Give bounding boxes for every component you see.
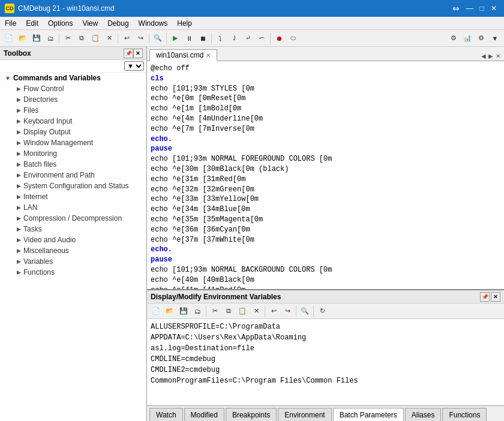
tree-item-flow[interactable]: ▶ Flow Control xyxy=(0,83,146,94)
panel-delete-btn[interactable]: ✕ xyxy=(250,305,263,318)
tree-item-lan[interactable]: ▶ LAN xyxy=(0,202,146,213)
panel-content[interactable]: ALLUSERSPROFILE=C:\ProgramDataAPPDATA=C:… xyxy=(147,319,504,405)
toolbox-pin-button[interactable]: 📌 xyxy=(124,49,133,58)
dropdown-btn[interactable]: ▼ xyxy=(488,32,502,45)
menu-debug[interactable]: Debug xyxy=(103,17,133,29)
copy-button[interactable]: ⧉ xyxy=(75,32,88,45)
window-controls: — □ ✕ xyxy=(464,3,499,14)
tree-item-directories[interactable]: ▶ Directories xyxy=(0,94,146,105)
redo-button[interactable]: ↪ xyxy=(134,32,147,45)
panel-cut-btn[interactable]: ✂ xyxy=(208,305,221,318)
toolbox-dropdown[interactable]: ▼ xyxy=(0,60,146,73)
open-button[interactable]: 📂 xyxy=(16,32,29,45)
tree-item-variables[interactable]: ▶ Variables xyxy=(0,256,146,267)
tree-item-internet[interactable]: ▶ Internet xyxy=(0,191,146,202)
menu-view[interactable]: View xyxy=(77,17,103,29)
tree-item-misc[interactable]: ▶ Miscellaneous xyxy=(0,245,146,256)
toolbox-header: Toolbox 📌 ✕ xyxy=(0,47,146,60)
item-arrow: ▶ xyxy=(17,194,21,200)
panel-copy-btn[interactable]: ⧉ xyxy=(222,305,235,318)
bottom-tab-batch-parameters[interactable]: Batch Parameters xyxy=(333,408,404,421)
close-button[interactable]: ✕ xyxy=(488,3,499,14)
tree-item-env-path[interactable]: ▶ Environment and Path xyxy=(0,170,146,181)
panel-refresh-btn[interactable]: ↻ xyxy=(316,305,329,318)
tab-close-icon[interactable]: ✕ xyxy=(206,52,211,59)
panel-save-all-btn[interactable]: 🗂 xyxy=(191,305,204,318)
toolbar-sep-2 xyxy=(118,33,118,44)
tab-close-all[interactable]: ✕ xyxy=(494,52,502,61)
panel-new-btn[interactable]: 📄 xyxy=(149,305,163,318)
panel-find-btn[interactable]: 🔍 xyxy=(298,305,311,318)
panel-undo-btn[interactable]: ↩ xyxy=(267,305,280,318)
tab-nav-left[interactable]: ◀ xyxy=(480,52,487,61)
step-into-button[interactable]: ⤵ xyxy=(214,32,227,45)
code-line: echo. xyxy=(151,134,500,145)
item-arrow: ▶ xyxy=(17,118,21,124)
tree-section: ▼ Commands and Variables ▶ Flow Control … xyxy=(0,73,146,278)
env-line: ALLUSERSPROFILE=C:\ProgramData xyxy=(151,321,500,332)
tab-nav-right[interactable]: ▶ xyxy=(487,52,494,61)
editor-tab-win10ansi[interactable]: win10ansi.cmd ✕ xyxy=(149,49,217,61)
toolbox-select[interactable]: ▼ xyxy=(124,61,144,71)
toolbar-sep-3 xyxy=(149,33,149,44)
tree-item-compression[interactable]: ▶ Compression / Decompression xyxy=(0,213,146,224)
code-line: echo ^e[37m [37mWhite[0m xyxy=(151,235,500,245)
bottom-tab-functions[interactable]: Functions xyxy=(442,408,487,421)
code-content[interactable]: @echo offclsecho [101;93m STYLES [0mecho… xyxy=(147,61,504,289)
find-button[interactable]: 🔍 xyxy=(151,32,164,45)
tree-item-functions[interactable]: ▶ Functions xyxy=(0,267,146,278)
menu-file[interactable]: File xyxy=(0,17,21,29)
stop-button[interactable]: ⏹ xyxy=(196,32,209,45)
record-button[interactable]: ⏺ xyxy=(272,32,286,45)
undo-button[interactable]: ↩ xyxy=(120,32,133,45)
menu-windows[interactable]: Windows xyxy=(134,17,173,29)
save-all-button[interactable]: 🗂 xyxy=(44,32,57,45)
tree-item-files[interactable]: ▶ Files xyxy=(0,105,146,116)
minimize-button[interactable]: — xyxy=(464,3,475,14)
tree-item-keyboard[interactable]: ▶ Keyboard Input xyxy=(0,116,146,127)
panel-close-button[interactable]: ✕ xyxy=(491,292,500,302)
step-out-button[interactable]: ⤶ xyxy=(241,32,254,45)
settings-btn-1[interactable]: ⚙ xyxy=(447,32,460,45)
toolbox-panel: Toolbox 📌 ✕ ▼ ▼ Commands and Variables ▶… xyxy=(0,47,147,421)
panel-pin-button[interactable]: 📌 xyxy=(480,292,490,302)
new-button[interactable]: 📄 xyxy=(2,32,16,45)
tree-item-video[interactable]: ▶ Video and Audio xyxy=(0,234,146,245)
pause-button[interactable]: ⏸ xyxy=(182,32,196,45)
tree-item-window[interactable]: ▶ Window Management xyxy=(0,137,146,148)
cut-button[interactable]: ✂ xyxy=(61,32,74,45)
run-button[interactable]: ▶ xyxy=(169,32,182,45)
paste-button[interactable]: 📋 xyxy=(89,32,102,45)
bottom-tab-environment[interactable]: Environment xyxy=(278,408,331,421)
settings-btn-2[interactable]: 📊 xyxy=(461,32,474,45)
panel-open-btn[interactable]: 📂 xyxy=(163,305,176,318)
ellipse-button[interactable]: ⬭ xyxy=(286,32,299,45)
toolbox-close-button[interactable]: ✕ xyxy=(133,49,143,58)
bottom-tab-aliases[interactable]: Aliases xyxy=(405,408,442,421)
delete-button[interactable]: ✕ xyxy=(103,32,116,45)
maximize-button[interactable]: □ xyxy=(476,3,487,14)
tree-category-commands[interactable]: ▼ Commands and Variables xyxy=(0,73,146,83)
panel-save-btn[interactable]: 💾 xyxy=(177,305,190,318)
panel-redo-btn[interactable]: ↪ xyxy=(281,305,294,318)
main-layout: Toolbox 📌 ✕ ▼ ▼ Commands and Variables ▶… xyxy=(0,47,504,421)
panel-paste-btn[interactable]: 📋 xyxy=(236,305,249,318)
menu-help[interactable]: Help xyxy=(172,17,197,29)
toolbox-scroll[interactable]: ▼ ▼ Commands and Variables ▶ Flow Contro… xyxy=(0,60,146,421)
tree-item-display[interactable]: ▶ Display Output xyxy=(0,127,146,137)
tree-item-system-config[interactable]: ▶ System Configuration and Status xyxy=(0,181,146,191)
menu-options[interactable]: Options xyxy=(43,17,77,29)
code-line: @echo off xyxy=(151,64,500,74)
step-over-button[interactable]: ⤸ xyxy=(227,32,241,45)
bottom-tab-breakpoints[interactable]: Breakpoints xyxy=(226,408,277,421)
bottom-tab-watch[interactable]: Watch xyxy=(149,408,183,421)
tree-item-tasks[interactable]: ▶ Tasks xyxy=(0,224,146,234)
bottom-tab-modified[interactable]: Modified xyxy=(184,408,224,421)
step-back-button[interactable]: ⤺ xyxy=(255,32,268,45)
code-editor[interactable]: @echo offclsecho [101;93m STYLES [0mecho… xyxy=(147,61,504,289)
tree-item-monitoring[interactable]: ▶ Monitoring xyxy=(0,148,146,159)
save-button[interactable]: 💾 xyxy=(30,32,43,45)
menu-edit[interactable]: Edit xyxy=(21,17,43,29)
tree-item-batch[interactable]: ▶ Batch files xyxy=(0,159,146,170)
settings-btn-3[interactable]: ⚙ xyxy=(475,32,488,45)
